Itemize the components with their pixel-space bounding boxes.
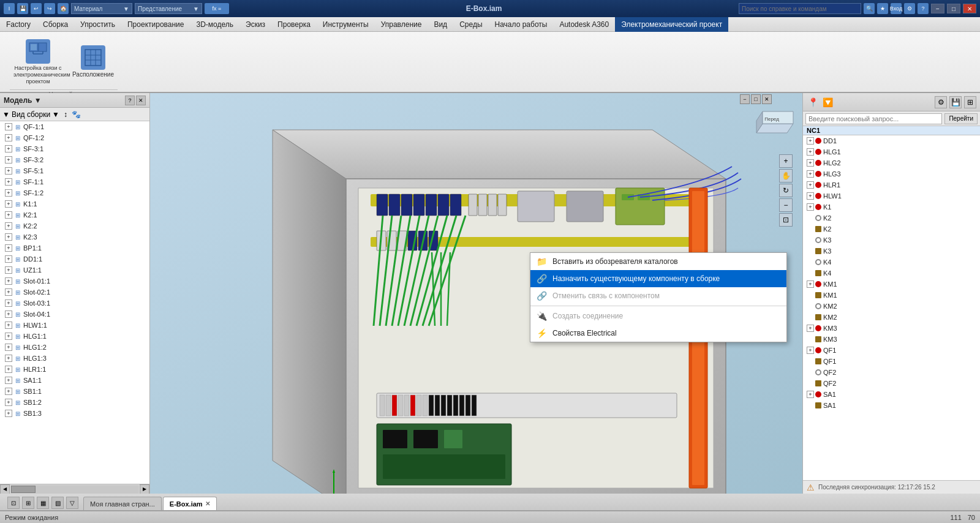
tree-item-hlw11[interactable]: + ⊞ HLW1:1 (0, 320, 149, 331)
tree-item-hlg11[interactable]: + ⊞ HLG1:1 (0, 331, 149, 342)
expand-qf12[interactable]: + (5, 134, 12, 141)
view-btn-1[interactable]: ⊡ (7, 497, 20, 509)
tree-item-slot031[interactable]: + ⊞ Slot-03:1 (0, 298, 149, 309)
expand-bp11[interactable]: + (5, 244, 12, 252)
rt-item-hlg2[interactable]: + HLG2 (803, 157, 980, 168)
rt-item-k1[interactable]: + K1 (803, 201, 980, 213)
rt-item-hlr1[interactable]: + HLR1 (803, 179, 980, 190)
rt-item-km2-empty[interactable]: KM2 (803, 301, 980, 312)
expand-sb11[interactable]: + (5, 388, 12, 395)
tree-item-dd11[interactable]: + ⊞ DD1:1 (0, 254, 149, 265)
rt-item-hlg3[interactable]: + HLG3 (803, 168, 980, 179)
tree-item-qf11[interactable]: + ⊞ QF-1:1 (0, 121, 149, 132)
expand-k23[interactable]: + (5, 233, 12, 241)
orbit-button[interactable]: ↻ (779, 184, 793, 197)
zoom-out-button[interactable]: − (779, 198, 793, 212)
model-close-button[interactable]: ✕ (136, 96, 146, 105)
right-expand-icon[interactable]: ⊞ (964, 96, 976, 108)
expand-k21[interactable]: + (5, 211, 12, 219)
rt-item-k3-empty[interactable]: K3 (803, 235, 980, 246)
expand-dd11[interactable]: + (5, 255, 12, 263)
scroll-right-arrow[interactable]: ▶ (140, 484, 149, 494)
viewcube[interactable]: Перед (747, 99, 790, 142)
rt-item-k4-empty[interactable]: K4 (803, 257, 980, 268)
rt-item-km1-sq[interactable]: KM1 (803, 290, 980, 301)
tree-item-sb11[interactable]: + ⊞ SB1:1 (0, 386, 149, 397)
view-btn-3[interactable]: ▦ (37, 497, 49, 509)
right-search-input[interactable] (805, 113, 942, 124)
menu-3d[interactable]: 3D-модель (190, 17, 239, 32)
rt-item-qf2-empty[interactable]: QF2 (803, 367, 980, 378)
rt-item-km1-dot[interactable]: + KM1 (803, 279, 980, 290)
menu-view[interactable]: Вид (428, 17, 453, 32)
expand-hlw11[interactable]: + (5, 322, 12, 329)
expand-icon[interactable]: 🐾 (72, 110, 81, 119)
sort-icon[interactable]: ↕ (64, 110, 67, 119)
tree-item-k11[interactable]: + ⊞ K1:1 (0, 198, 149, 209)
rt-item-qf1-plus[interactable]: + QF1 (803, 345, 980, 356)
tree-item-sf51[interactable]: + ⊞ SF-5:1 (0, 165, 149, 176)
tree-item-uz11[interactable]: + ⊞ UZ1:1 (0, 265, 149, 276)
rt-item-hlg1[interactable]: + HLG1 (803, 146, 980, 157)
menu-start[interactable]: Начало работы (489, 17, 554, 32)
expand-sb13[interactable]: + (5, 410, 12, 417)
rt-item-dd1[interactable]: + DD1 (803, 135, 980, 146)
menu-a360[interactable]: Autodesk A360 (553, 17, 615, 32)
filter-dropdown-icon[interactable]: ▼ (52, 110, 59, 119)
expand-hlg13[interactable]: + (5, 355, 12, 362)
tab-ebox[interactable]: E-Box.iam ✕ (163, 497, 217, 510)
maximize-button[interactable]: □ (947, 4, 960, 13)
rt-item-qf2-sq[interactable]: QF2 (803, 378, 980, 389)
tree-item-hlr11[interactable]: + ⊞ HLR1:1 (0, 364, 149, 375)
vp-maximize-button[interactable]: □ (751, 94, 761, 104)
rt-expand-hlg3[interactable]: + (807, 170, 814, 178)
menu-design[interactable]: Проектирование (121, 17, 190, 32)
login-icon[interactable]: Вход (891, 3, 902, 14)
menu-tools[interactable]: Инструменты (317, 17, 375, 32)
tree-item-hlg13[interactable]: + ⊞ HLG1:3 (0, 353, 149, 364)
material-dropdown[interactable]: Материал ▼ (71, 3, 132, 14)
minimize-button[interactable]: − (931, 4, 944, 13)
scroll-track[interactable] (10, 485, 139, 494)
tree-item-sf11[interactable]: + ⊞ SF-1:1 (0, 176, 149, 187)
expand-sf31[interactable]: + (5, 145, 12, 152)
tree-item-slot011[interactable]: + ⊞ Slot-01:1 (0, 276, 149, 287)
expand-slot041[interactable]: + (5, 310, 12, 318)
expand-sa11[interactable]: + (5, 377, 12, 384)
pan-button[interactable]: ✋ (779, 169, 793, 182)
tree-item-slot041[interactable]: + ⊞ Slot-04:1 (0, 309, 149, 320)
ctx-electrical-props[interactable]: ⚡ Свойства Electrical (530, 325, 786, 342)
tree-item-k21[interactable]: + ⊞ K2:1 (0, 209, 149, 220)
tree-filter-label[interactable]: Вид сборки (12, 110, 50, 119)
rt-item-k2-empty[interactable]: K2 (803, 213, 980, 224)
ribbon-btn-layout[interactable]: Расположение (69, 43, 118, 81)
settings-icon[interactable]: ⚙ (904, 3, 915, 14)
location-icon[interactable]: 📍 (807, 96, 819, 108)
tree-item-slot021[interactable]: + ⊞ Slot-02:1 (0, 287, 149, 298)
rt-expand-dd1[interactable]: + (807, 137, 814, 145)
rt-expand-hlw1[interactable]: + (807, 192, 814, 200)
rt-expand-km1[interactable]: + (807, 280, 814, 288)
tree-item-sb13[interactable]: + ⊞ SB1:3 (0, 408, 149, 419)
ctx-insert-catalog[interactable]: 📁 Вставить из обозревателя каталогов (530, 253, 786, 270)
app-icon[interactable]: I (4, 3, 15, 14)
tree-item-sf12[interactable]: + ⊞ SF-1:2 (0, 187, 149, 198)
tab-ebox-close[interactable]: ✕ (205, 500, 210, 507)
expand-slot031[interactable]: + (5, 299, 12, 307)
rt-item-k3-sq[interactable]: K3 (803, 246, 980, 257)
tree-item-qf12[interactable]: + ⊞ QF-1:2 (0, 132, 149, 143)
view-btn-5[interactable]: ▽ (66, 497, 78, 509)
tree-item-bp11[interactable]: + ⊞ BP1:1 (0, 243, 149, 254)
vp-close-button[interactable]: ✕ (762, 94, 772, 104)
expand-slot021[interactable]: + (5, 288, 12, 296)
tab-home[interactable]: Моя главная стран... (83, 497, 162, 510)
expand-k11[interactable]: + (5, 200, 12, 208)
expand-sf12[interactable]: + (5, 189, 12, 197)
expand-sf11[interactable]: + (5, 178, 12, 186)
menu-sketch[interactable]: Эскиз (239, 17, 271, 32)
rt-item-sa1-sq[interactable]: SA1 (803, 400, 980, 411)
fit-button[interactable]: ⊡ (779, 213, 793, 227)
redo-icon[interactable]: ↪ (44, 3, 55, 14)
rt-expand-hlg1[interactable]: + (807, 148, 814, 156)
undo-icon[interactable]: ↩ (31, 3, 42, 14)
